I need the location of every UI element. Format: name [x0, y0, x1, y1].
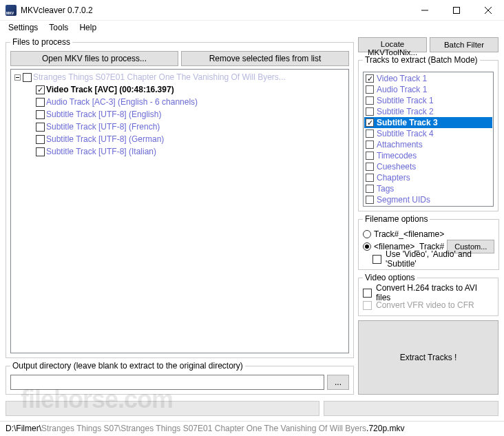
minimize-button[interactable] — [409, 0, 441, 21]
track-label: Video Track 1 — [377, 74, 427, 83]
track-label: Subtitle Track 4 — [377, 129, 434, 138]
track-checkbox[interactable] — [366, 163, 374, 171]
track-label: Attachments — [377, 140, 423, 149]
remove-selected-button[interactable]: Remove selected files from list — [181, 51, 349, 66]
use-names-checkbox[interactable] — [372, 255, 381, 264]
track-row[interactable]: Segment UIDs — [364, 194, 492, 205]
progress-bar-file — [6, 401, 319, 416]
root-checkbox[interactable] — [23, 73, 32, 82]
tracks-to-extract-group: Tracks to extract (Batch Mode) Video Tra… — [358, 55, 498, 211]
bottom-bar: filehorse.com — [0, 396, 504, 421]
status-suffix: .720p.mkv — [366, 424, 404, 433]
tree-item-checkbox[interactable] — [36, 147, 45, 156]
output-directory-group: Output directory (leave blank to extract… — [6, 361, 354, 395]
track-row[interactable]: Chapters — [364, 172, 492, 183]
track-checkbox[interactable] — [366, 196, 374, 204]
tree-root-item[interactable]: Stranges Things S07E01 Chapter One The V… — [11, 71, 348, 83]
status-bar: D:\Filmer\Stranges Things S07\Stranges T… — [0, 421, 504, 436]
batch-filter-button[interactable]: Batch Filter — [430, 37, 498, 52]
tree-item[interactable]: Audio Track [AC-3] (English - 6 channels… — [11, 96, 348, 108]
track-checkbox[interactable] — [366, 185, 374, 193]
tree-item[interactable]: Video Track [AVC] (00:48:16.397) — [11, 83, 348, 96]
track-row[interactable]: Cuesheets — [364, 161, 492, 172]
open-mkv-button[interactable]: Open MKV files to process... — [10, 51, 178, 66]
track-row[interactable]: Video Track 1 — [364, 73, 492, 84]
tree-item-label: Subtitle Track [UTF-8] (English) — [46, 110, 161, 119]
tree-item-label: Video Track [AVC] (00:48:16.397) — [46, 85, 174, 94]
output-directory-input[interactable] — [10, 375, 324, 390]
title-bar: MKVcleaver 0.7.0.2 — [0, 0, 504, 21]
track-row[interactable]: Subtitle Track 1 — [364, 95, 492, 106]
tree-item[interactable]: Subtitle Track [UTF-8] (Italian) — [11, 145, 348, 158]
track-label: Audio Track 1 — [377, 85, 427, 94]
track-checkbox[interactable] — [366, 129, 374, 138]
track-row[interactable]: Subtitle Track 2 — [364, 106, 492, 117]
track-label: Subtitle Track 2 — [377, 107, 434, 116]
track-row[interactable]: Tags — [364, 183, 492, 194]
tree-item-checkbox[interactable] — [36, 110, 45, 119]
track-checkbox[interactable] — [366, 96, 374, 105]
close-button[interactable] — [472, 0, 504, 21]
menu-bar: Settings Tools Help — [0, 21, 504, 34]
track-checkbox[interactable] — [366, 85, 374, 94]
radio-filename-track[interactable] — [363, 242, 371, 251]
collapse-icon[interactable] — [14, 74, 21, 81]
track-checkbox[interactable] — [366, 174, 374, 182]
video-options-group: Video options Convert H.264 tracks to AV… — [358, 273, 498, 316]
browse-button[interactable]: ... — [327, 375, 349, 390]
window-title: MKVcleaver 0.7.0.2 — [21, 6, 93, 15]
file-tree[interactable]: Stranges Things S07E01 Chapter One The V… — [10, 69, 349, 353]
radio-track-filename[interactable] — [363, 230, 371, 238]
extract-tracks-button[interactable]: Extract Tracks ! — [358, 320, 498, 395]
track-checkbox[interactable] — [366, 107, 374, 116]
files-to-process-group: Files to process Open MKV files to proce… — [6, 37, 354, 358]
track-row[interactable]: Timecodes — [364, 150, 492, 161]
convert-vfr-checkbox — [363, 301, 372, 310]
convert-h264-label: Convert H.264 tracks to AVI files — [376, 283, 494, 302]
tree-item-checkbox[interactable] — [36, 135, 45, 144]
video-legend: Video options — [363, 273, 417, 282]
progress-bar-total — [324, 401, 498, 416]
track-checkbox[interactable] — [366, 118, 374, 127]
convert-h264-checkbox[interactable] — [363, 289, 372, 298]
tree-item[interactable]: Subtitle Track [UTF-8] (German) — [11, 133, 348, 145]
track-label: Timecodes — [377, 151, 417, 160]
track-label: Tags — [377, 184, 394, 194]
tracks-list[interactable]: Video Track 1Audio Track 1Subtitle Track… — [363, 72, 494, 207]
track-row[interactable]: Audio Track 1 — [364, 84, 492, 95]
track-checkbox[interactable] — [366, 141, 374, 149]
track-row[interactable]: Subtitle Track 4 — [364, 128, 492, 139]
svg-rect-1 — [454, 7, 460, 13]
filename-options-group: Filename options Track#_<filename> <file… — [358, 214, 499, 270]
output-legend: Output directory (leave blank to extract… — [10, 361, 245, 371]
tree-item-checkbox[interactable] — [36, 123, 45, 132]
tree-item-checkbox[interactable] — [36, 98, 45, 107]
track-checkbox[interactable] — [366, 74, 374, 83]
menu-tools[interactable]: Tools — [45, 21, 72, 34]
tree-item[interactable]: Subtitle Track [UTF-8] (French) — [11, 121, 348, 133]
locate-mkvtoolnix-button[interactable]: Locate MKVToolNix... — [358, 37, 427, 52]
tree-item-label: Subtitle Track [UTF-8] (French) — [46, 122, 160, 132]
status-blur: Stranges Things S07\Stranges Things S07E… — [41, 424, 366, 433]
track-row[interactable]: Subtitle Track 3 — [364, 117, 492, 128]
track-label: Cuesheets — [377, 162, 416, 172]
files-legend: Files to process — [10, 37, 72, 47]
track-label: Subtitle Track 1 — [377, 96, 434, 105]
tree-root-label: Stranges Things S07E01 Chapter One The V… — [33, 72, 286, 82]
tracks-legend: Tracks to extract (Batch Mode) — [363, 55, 480, 65]
menu-settings[interactable]: Settings — [4, 21, 42, 34]
track-label: Subtitle Track 3 — [377, 118, 438, 127]
maximize-button[interactable] — [441, 0, 472, 21]
filename-legend: Filename options — [363, 214, 430, 224]
tree-item[interactable]: Subtitle Track [UTF-8] (English) — [11, 108, 348, 121]
tree-item-label: Audio Track [AC-3] (English - 6 channels… — [46, 97, 198, 107]
track-row[interactable]: Attachments — [364, 139, 492, 150]
track-checkbox[interactable] — [366, 152, 374, 160]
menu-help[interactable]: Help — [75, 21, 101, 34]
convert-vfr-label: Convert VFR video to CFR — [376, 300, 474, 310]
track-label: Segment UIDs — [377, 195, 430, 205]
tree-item-label: Subtitle Track [UTF-8] (German) — [46, 134, 164, 144]
tree-item-label: Subtitle Track [UTF-8] (Italian) — [46, 147, 156, 156]
radio-track-filename-label: Track#_<filename> — [374, 229, 444, 239]
tree-item-checkbox[interactable] — [36, 85, 45, 94]
